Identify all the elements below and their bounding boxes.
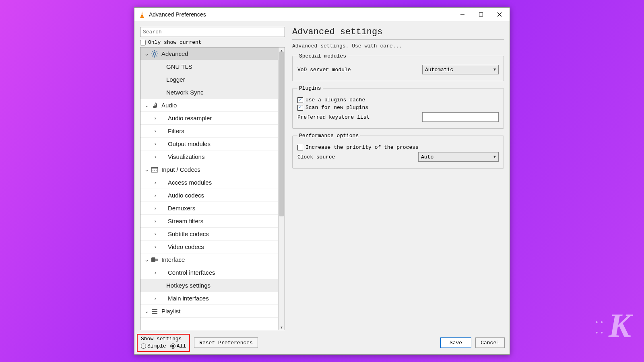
- chevron-down-icon: ⌄: [143, 308, 150, 314]
- tree-item-label: Video codecs: [168, 243, 204, 250]
- maximize-button[interactable]: [472, 8, 490, 21]
- minimize-button[interactable]: [453, 8, 472, 21]
- cancel-button[interactable]: Cancel: [475, 337, 505, 348]
- use-plugins-cache-checkbox[interactable]: Use a plugins cache: [297, 97, 499, 103]
- svg-line-16: [156, 51, 157, 52]
- clock-source-value: Auto: [421, 154, 433, 160]
- checkbox-checked-icon: [297, 105, 303, 111]
- svg-point-8: [153, 52, 156, 55]
- search-input[interactable]: [140, 27, 285, 37]
- performance-group: Performance options Increase the priorit…: [292, 133, 504, 169]
- tree-scrollbar[interactable]: ▴ ▾: [278, 47, 285, 330]
- chevron-right-icon: ›: [152, 179, 159, 185]
- checkbox-unchecked-icon: [297, 145, 303, 150]
- keystore-list-input[interactable]: [422, 112, 499, 122]
- tree-item-input-codecs[interactable]: ⌄Input / Codecs: [140, 163, 278, 176]
- category-tree: ⌄AdvancedGNU TLSLoggerNetwork Sync⌄Audio…: [140, 47, 285, 330]
- preferences-window: Advanced Preferences Only show current ⌄…: [134, 7, 510, 355]
- playlist-icon: [150, 307, 159, 316]
- chevron-right-icon: ›: [152, 218, 159, 224]
- footer: Show settings Simple All Reset Preferenc…: [134, 333, 510, 354]
- svg-rect-3: [141, 14, 143, 15]
- tree-item-visualizations[interactable]: ›Visualizations: [140, 150, 278, 163]
- tree-item-label: Subtitle codecs: [168, 230, 209, 237]
- svg-rect-1: [140, 16, 144, 18]
- chevron-right-icon: ›: [152, 244, 159, 250]
- panel-description: Advanced settings. Use with care...: [292, 43, 504, 49]
- scroll-thumb[interactable]: [279, 51, 284, 216]
- gear-icon: [150, 49, 159, 58]
- only-show-current-box[interactable]: [140, 40, 146, 45]
- only-show-current-label: Only show current: [148, 39, 202, 45]
- tree-item-gnu-tls[interactable]: GNU TLS: [140, 60, 278, 73]
- tree-item-playlist[interactable]: ⌄Playlist: [140, 305, 278, 318]
- tree-item-output-modules[interactable]: ›Output modules: [140, 138, 278, 150]
- tree-item-network-sync[interactable]: Network Sync: [140, 86, 278, 99]
- show-settings-group: Show settings Simple All: [137, 334, 190, 352]
- tree-item-label: Filters: [168, 128, 184, 134]
- svg-rect-18: [151, 167, 158, 168]
- tree-item-access-modules[interactable]: ›Access modules: [140, 176, 278, 189]
- only-show-current-checkbox[interactable]: Only show current: [140, 39, 285, 45]
- show-settings-label: Show settings: [141, 336, 186, 342]
- chevron-down-icon: ⌄: [143, 167, 150, 173]
- vod-server-value: Automatic: [425, 67, 453, 73]
- chevron-down-icon: ▼: [493, 155, 496, 159]
- clock-source-dropdown[interactable]: Auto ▼: [418, 152, 499, 162]
- svg-point-19: [153, 170, 153, 171]
- tree-item-label: Advanced: [161, 50, 188, 57]
- tree-item-stream-filters[interactable]: ›Stream filters: [140, 215, 278, 228]
- codec-icon: [150, 165, 159, 174]
- tree-item-label: Hotkeys settings: [166, 282, 211, 289]
- tree-item-label: Interface: [161, 256, 185, 263]
- simple-radio[interactable]: Simple: [141, 343, 166, 349]
- tree-item-label: Stream filters: [168, 218, 203, 224]
- watermark: ∙∙∙∙ K: [595, 306, 631, 345]
- plugins-group: Plugins Use a plugins cache Scan for new…: [292, 85, 504, 129]
- window-title: Advanced Preferences: [149, 11, 453, 18]
- scan-new-plugins-checkbox[interactable]: Scan for new plugins: [297, 105, 499, 111]
- tree-item-video-codecs[interactable]: ›Video codecs: [140, 241, 278, 253]
- all-radio[interactable]: All: [170, 343, 186, 349]
- tree-item-filters[interactable]: ›Filters: [140, 125, 278, 138]
- watermark-letter: K: [609, 306, 631, 345]
- chevron-right-icon: ›: [152, 205, 159, 211]
- keystore-list-label: Preferred keystore list: [297, 114, 422, 120]
- tree-item-audio-codecs[interactable]: ›Audio codecs: [140, 189, 278, 202]
- tree-item-demuxers[interactable]: ›Demuxers: [140, 202, 278, 215]
- chevron-down-icon: ⌄: [143, 51, 150, 57]
- tree-item-label: Audio: [161, 102, 177, 109]
- tree-item-main-interfaces[interactable]: ›Main interfaces: [140, 292, 278, 305]
- save-button[interactable]: Save: [440, 337, 471, 348]
- left-panel: Only show current ⌄AdvancedGNU TLSLogger…: [140, 27, 285, 330]
- tree-item-label: Input / Codecs: [161, 166, 200, 173]
- tree-item-label: Audio codecs: [168, 192, 204, 199]
- tree-item-audio-resampler[interactable]: ›Audio resampler: [140, 112, 278, 125]
- chevron-right-icon: ›: [152, 192, 159, 198]
- vod-server-dropdown[interactable]: Automatic ▼: [422, 65, 499, 74]
- tree-item-interface[interactable]: ⌄Interface: [140, 253, 278, 266]
- increase-priority-checkbox[interactable]: Increase the priority of the process: [297, 144, 499, 150]
- svg-line-15: [152, 56, 153, 56]
- svg-point-21: [156, 170, 157, 171]
- svg-line-14: [156, 56, 157, 56]
- svg-rect-2: [141, 12, 142, 13]
- tree-item-audio[interactable]: ⌄Audio: [140, 99, 278, 112]
- chevron-right-icon: ›: [152, 295, 159, 301]
- tree-item-logger[interactable]: Logger: [140, 73, 278, 86]
- scroll-down-icon[interactable]: ▾: [279, 324, 285, 330]
- reset-preferences-button[interactable]: Reset Preferences: [194, 337, 258, 348]
- chevron-down-icon: ⌄: [143, 257, 150, 263]
- clock-source-label: Clock source: [297, 154, 418, 160]
- svg-point-20: [154, 170, 155, 171]
- svg-rect-5: [479, 12, 483, 16]
- tree-item-advanced[interactable]: ⌄Advanced: [140, 47, 278, 60]
- tree-item-subtitle-codecs[interactable]: ›Subtitle codecs: [140, 228, 278, 241]
- close-button[interactable]: [490, 8, 509, 21]
- use-plugins-cache-label: Use a plugins cache: [305, 97, 365, 103]
- tree-item-hotkeys-settings[interactable]: Hotkeys settings: [140, 279, 278, 292]
- watermark-dots-icon: ∙∙∙∙: [595, 317, 605, 345]
- tree-item-label: Visualizations: [168, 153, 204, 160]
- tree-item-control-interfaces[interactable]: ›Control interfaces: [140, 266, 278, 279]
- tree-item-label: Playlist: [161, 308, 181, 315]
